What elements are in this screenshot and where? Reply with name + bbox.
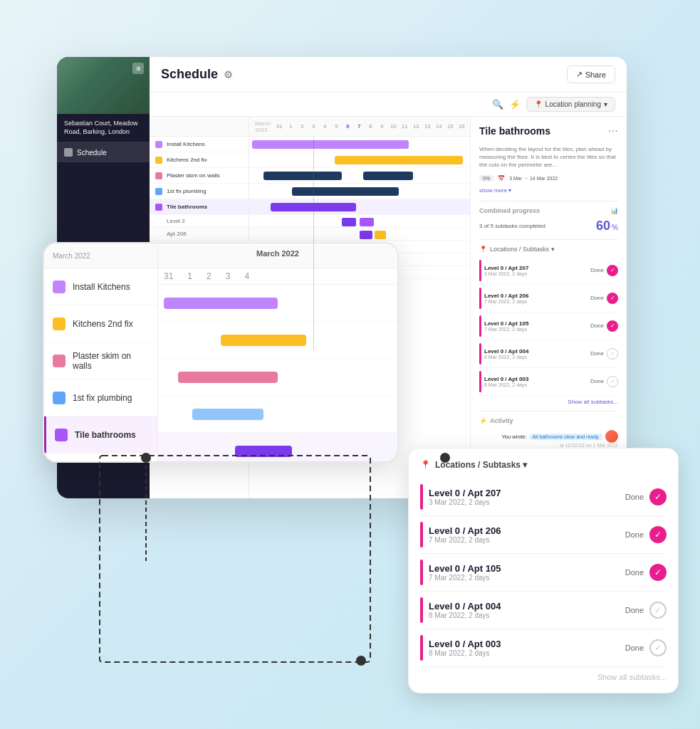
task-row-kitchens-2nd[interactable]: Kitchens 2nd fix bbox=[150, 152, 249, 168]
subtasks-panel-header: 📍 Locations / Subtasks ▾ bbox=[420, 460, 667, 470]
location-subtasks-icon: 📍 bbox=[479, 246, 487, 253]
page-title: Schedule ⚙ bbox=[161, 67, 233, 82]
show-more-button[interactable]: show more ▾ bbox=[479, 187, 618, 194]
subtask-check-0[interactable]: ✓ bbox=[607, 265, 618, 276]
gantt-dates-row: March 2022 31 1 2 3 4 5 6 7 8 9 10 11 12 bbox=[249, 117, 470, 137]
filter-icon[interactable]: ⚡ bbox=[509, 99, 521, 110]
tablet-bar-row-3 bbox=[158, 396, 397, 433]
sp-border-2 bbox=[420, 560, 423, 585]
month-label: March 2022 bbox=[252, 120, 273, 133]
task-color-plaster bbox=[155, 172, 162, 179]
task-row-kitchens[interactable]: Install Kitchens bbox=[150, 137, 249, 152]
calendar-icon: 📅 bbox=[498, 175, 505, 182]
subtask-check-2[interactable]: ✓ bbox=[607, 320, 618, 332]
sp-item-0: Level 0 / Apt 207 3 Mar 2022, 2 days Don… bbox=[420, 478, 667, 516]
sp-check-2[interactable]: ✓ bbox=[649, 564, 667, 581]
tablet-bar-0 bbox=[164, 298, 278, 309]
gantt-bar-kitchens2[interactable] bbox=[335, 156, 463, 164]
tablet-task-3[interactable]: 1st fix plumbing bbox=[44, 379, 157, 416]
subtask-check-3[interactable]: ✓ bbox=[607, 348, 618, 360]
gantt-sub-bar-1 bbox=[360, 231, 372, 239]
sp-check-1[interactable]: ✓ bbox=[649, 526, 667, 543]
tablet-task-list: March 2022 Install Kitchens Kitchens 2nd… bbox=[44, 243, 158, 461]
gantt-bar-plumbing[interactable] bbox=[292, 187, 399, 196]
tablet-bar-row-2 bbox=[158, 359, 397, 396]
activity-avatar-0 bbox=[605, 430, 618, 443]
tablet-color-1 bbox=[53, 318, 66, 330]
progress-summary: 3 of 5 subtasks completed 60 % bbox=[479, 219, 618, 234]
sp-item-1: Level 0 / Apt 206 7 Mar 2022, 2 days Don… bbox=[420, 516, 667, 554]
combined-progress-label: Combined progress bbox=[479, 207, 540, 214]
gantt-bar-row-plumbing bbox=[249, 184, 470, 199]
tablet-dates: March 2022 bbox=[158, 243, 397, 268]
location-planning-button[interactable]: 📍 Location planning ▾ bbox=[526, 97, 615, 112]
sp-item-4: Level 0 / Apt 003 8 Mar 2022, 2 days Don… bbox=[420, 629, 667, 667]
subtask-border-4 bbox=[479, 371, 481, 392]
tablet-bar-row-4 bbox=[158, 433, 397, 461]
subtask-border-3 bbox=[479, 343, 481, 364]
panel-description: When deciding the layout for the tiles, … bbox=[479, 145, 618, 169]
gantt-bar-row-tile bbox=[249, 199, 470, 215]
toolbar: 🔍 ⚡ 📍 Location planning ▾ bbox=[150, 93, 627, 117]
sp-border-0 bbox=[420, 484, 423, 510]
sp-border-1 bbox=[420, 522, 423, 547]
tablet-color-0 bbox=[53, 280, 66, 293]
gantt-bar-plaster1[interactable] bbox=[263, 172, 342, 180]
tablet-task-0[interactable]: Install Kitchens bbox=[44, 268, 157, 305]
sp-item-3: Level 0 / Apt 004 8 Mar 2022, 2 days Don… bbox=[420, 592, 667, 629]
settings-icon[interactable]: ⚙ bbox=[224, 69, 233, 80]
activity-tag-0: All bathrooms clear and ready. bbox=[530, 434, 602, 440]
subtask-item-1: Level 0 / Apt 206 7 Mar 2022, 2 days Don… bbox=[479, 285, 618, 313]
subtask-item-4: Level 0 / Apt 003 8 Mar 2022, 2 days Don… bbox=[479, 368, 618, 396]
subtask-check-4[interactable]: ✓ bbox=[607, 376, 618, 387]
subtask-item-3: Level 0 / Apt 004 8 Mar 2022, 2 days Don… bbox=[479, 340, 618, 368]
project-name: Sebastian Court, Meadow Road, Barking, L… bbox=[57, 114, 150, 142]
tablet-bar-3 bbox=[192, 409, 263, 420]
gantt-sub-bar-1b bbox=[375, 231, 386, 239]
sp-check-4[interactable]: ✓ bbox=[649, 639, 667, 656]
sp-show-all[interactable]: Show all subtasks... bbox=[420, 673, 667, 681]
task-row-plumbing[interactable]: 1st fix plumbing bbox=[150, 184, 249, 199]
subtasks-panel-icon: 📍 bbox=[420, 460, 431, 470]
task-row-plaster[interactable]: Plaster skim on walls bbox=[150, 168, 249, 184]
gantt-bar-install-kitchens[interactable] bbox=[252, 140, 409, 149]
share-icon: ↗ bbox=[576, 70, 583, 79]
task-color-kitchens-2nd bbox=[155, 157, 162, 164]
main-header: Schedule ⚙ ↗ Share bbox=[150, 57, 627, 93]
share-button[interactable]: ↗ Share bbox=[567, 65, 615, 83]
show-all-subtasks[interactable]: Show all subtasks... bbox=[479, 399, 618, 405]
sp-check-3[interactable]: ✓ bbox=[649, 602, 667, 619]
tablet-bars: 31 1 2 3 4 bbox=[158, 268, 397, 461]
tablet-bar-1 bbox=[221, 335, 306, 346]
sub-row-apt206: Apt 206 bbox=[150, 228, 249, 241]
activity-item-0: You wrote: All bathrooms clear and ready… bbox=[479, 429, 618, 449]
subtask-border-2 bbox=[479, 315, 481, 337]
subtask-item-0: Level 0 / Apt 207 3 Mar 2022, 2 days Don… bbox=[479, 257, 618, 285]
tablet-task-2[interactable]: Plaster skim on walls bbox=[44, 342, 157, 379]
current-day-line bbox=[313, 137, 314, 350]
sp-border-4 bbox=[420, 635, 423, 661]
tablet-task-1[interactable]: Kitchens 2nd fix bbox=[44, 305, 157, 342]
tablet-overlay: March 2022 Install Kitchens Kitchens 2nd… bbox=[43, 242, 399, 463]
sidebar-item-schedule[interactable]: Schedule bbox=[57, 142, 150, 162]
tablet-task-4[interactable]: Tile bathrooms bbox=[44, 416, 157, 453]
sp-check-0[interactable]: ✓ bbox=[649, 488, 667, 505]
sp-border-3 bbox=[420, 597, 423, 623]
task-row-tile[interactable]: Tile bathrooms bbox=[150, 199, 249, 215]
activity-icon: ⚡ bbox=[479, 417, 487, 424]
activity-title: ⚡ Activity bbox=[479, 417, 618, 424]
subtask-item-2: Level 0 / Apt 105 7 Mar 2022, 2 days Don… bbox=[479, 313, 618, 340]
sub-row-level2: Level 2 bbox=[150, 215, 249, 228]
progress-section: Combined progress 📊 3 of 5 subtasks comp… bbox=[479, 201, 618, 234]
connector-dot-bottom bbox=[356, 656, 366, 666]
gantt-bar-row-kitchens bbox=[249, 137, 470, 152]
gantt-bar-plaster2[interactable] bbox=[363, 172, 413, 180]
subtask-border-0 bbox=[479, 260, 481, 281]
chevron-down-icon: ▾ bbox=[604, 100, 607, 108]
gantt-sub-row-1 bbox=[249, 228, 470, 241]
panel-meta: 0% 📅 3 Mar → 14 Mar 2022 bbox=[479, 175, 618, 182]
search-icon[interactable]: 🔍 bbox=[492, 99, 503, 110]
panel-more-icon[interactable]: ⋯ bbox=[608, 125, 618, 137]
sp-item-2: Level 0 / Apt 105 7 Mar 2022, 2 days Don… bbox=[420, 554, 667, 592]
subtask-check-1[interactable]: ✓ bbox=[607, 293, 618, 304]
